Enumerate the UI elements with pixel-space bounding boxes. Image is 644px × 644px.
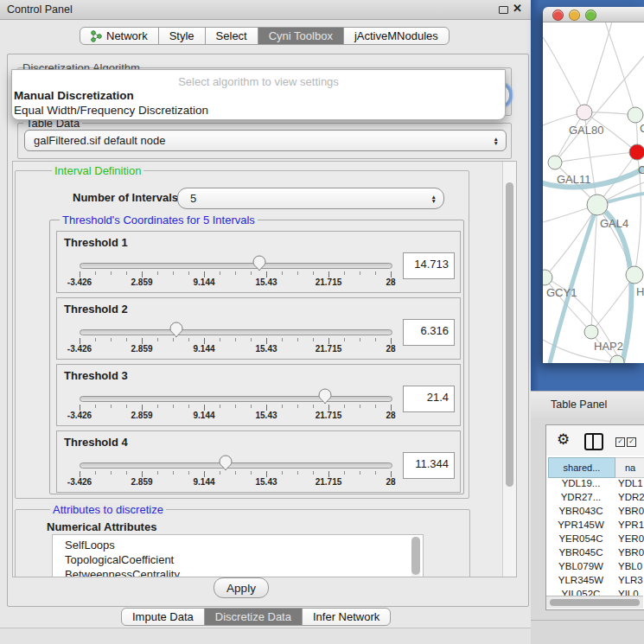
tab-label: jActiveMNodules [354, 29, 438, 42]
table-data-combo[interactable]: galFiltered.sif default node ▲▼ [24, 130, 507, 151]
major-tick [328, 338, 329, 344]
minor-tick [344, 405, 345, 408]
major-tick [204, 338, 205, 344]
float-panel-icon[interactable] [499, 6, 508, 14]
major-tick [142, 338, 143, 344]
table-row[interactable]: YDL19...YDL1 [548, 478, 644, 492]
network-node-gcy1[interactable] [543, 270, 552, 285]
cell-shared-name: YBR043C [548, 506, 614, 516]
slider-track[interactable] [80, 263, 392, 269]
tick-label: 21.715 [316, 411, 342, 420]
major-tick [391, 338, 392, 344]
major-tick [80, 471, 80, 477]
table-row[interactable]: YBR045CYBR0 [548, 547, 644, 561]
network-node-c[interactable] [629, 144, 644, 160]
slider-handle[interactable] [318, 388, 332, 408]
major-tick [391, 405, 392, 411]
slider-track[interactable] [80, 396, 392, 402]
network-node-h[interactable] [626, 266, 643, 284]
tab-network[interactable]: Network [80, 27, 159, 45]
slider-track[interactable] [80, 462, 392, 469]
network-node-gal4[interactable] [587, 194, 608, 215]
tab-infer-network[interactable]: Infer Network [302, 608, 391, 626]
footer-area [0, 628, 531, 644]
tick-label: 21.715 [316, 277, 342, 287]
zoom-window-light[interactable] [585, 10, 596, 21]
cell-shared-name: YBL079W [548, 561, 614, 571]
algorithm-option-manual[interactable]: Manual Discretization [14, 89, 134, 103]
minor-tick [173, 471, 174, 475]
minor-tick [360, 471, 360, 475]
slider-handle[interactable] [252, 255, 266, 275]
threshold-value-field[interactable]: 21.4 [403, 386, 455, 412]
split-columns-icon[interactable] [584, 433, 603, 450]
algorithm-option-equal-width[interactable]: Equal Width/Frequency Discretization [14, 104, 208, 118]
apply-button[interactable]: Apply [214, 577, 269, 598]
tick-label: 9.144 [193, 277, 214, 287]
threshold-label: Threshold 1 [64, 236, 128, 249]
tab-select[interactable]: Select [205, 27, 258, 45]
table-horizontal-scrollbar[interactable] [546, 596, 643, 609]
major-tick [266, 405, 267, 411]
column-header-shared[interactable]: shared... [548, 457, 615, 478]
checkbox-icon[interactable]: ✓ [627, 437, 636, 447]
network-node-hap2[interactable] [584, 325, 598, 339]
scrollbar-thumb[interactable] [411, 537, 420, 575]
minor-tick [360, 338, 360, 341]
table-row[interactable]: YPR145WYPR1 [548, 520, 644, 533]
table-row[interactable]: YBR043CYBR0 [548, 506, 644, 520]
spinner-arrows-icon: ▲▼ [431, 194, 437, 203]
tick-label: 21.715 [316, 344, 342, 354]
network-window-titlebar[interactable] [543, 7, 644, 22]
tab-cyni-toolbox[interactable]: Cyni Toolbox [258, 27, 344, 45]
minor-tick [344, 271, 345, 275]
column-header-name[interactable]: na [615, 457, 644, 478]
slider-handle[interactable] [169, 322, 183, 341]
scrollbar-thumb[interactable] [506, 182, 513, 487]
scrollbar-thumb[interactable] [550, 599, 640, 606]
tick-label: 2.859 [131, 277, 152, 287]
minimize-window-light[interactable] [569, 10, 580, 21]
attribute-item-selfloops[interactable]: SelfLoops [65, 539, 115, 552]
tick-label: 2.859 [131, 411, 152, 420]
settings-vertical-scrollbar[interactable] [502, 162, 517, 577]
network-view-window: GAL80GCGAL11GAL4HGCY1HAP2 [543, 7, 644, 363]
slider-handle[interactable] [219, 455, 233, 475]
major-tick [391, 471, 392, 477]
major-tick [80, 271, 80, 277]
gear-icon[interactable]: ⚙ [557, 430, 570, 449]
table-row[interactable]: YBL079WYBL0 [548, 561, 644, 575]
minor-tick [188, 405, 189, 408]
cell-name: YBR0 [618, 506, 644, 516]
top-tab-strip: NetworkStyleSelectCyni ToolboxjActiveMNo… [80, 27, 450, 45]
tab-discretize-data[interactable]: Discretize Data [204, 608, 303, 626]
network-node-gal80[interactable] [577, 105, 592, 120]
cell-shared-name: YBR045C [548, 547, 614, 558]
table-row[interactable]: YLR345WYLR3 [548, 575, 644, 589]
network-canvas[interactable]: GAL80GCGAL11GAL4HGCY1HAP2 [543, 22, 644, 363]
slider-track[interactable] [80, 329, 392, 335]
tab-impute-data[interactable]: Impute Data [121, 608, 205, 626]
table-row[interactable]: YDR27...YDR2 [548, 492, 644, 506]
network-node-gal11[interactable] [548, 156, 562, 169]
threshold-value-field[interactable]: 11.344 [403, 452, 455, 479]
node-label: GAL11 [557, 173, 591, 186]
minor-tick [235, 405, 236, 408]
close-panel-icon[interactable]: ✕ [513, 2, 522, 15]
threshold-value-field[interactable]: 14.713 [403, 252, 455, 279]
close-window-light[interactable] [552, 10, 564, 21]
tab-jactivemnodules[interactable]: jActiveMNodules [343, 27, 450, 45]
tab-style[interactable]: Style [158, 27, 206, 45]
number-of-intervals-combo[interactable]: 5 ▲▼ [177, 188, 444, 209]
attributes-list-scrollbar[interactable] [411, 537, 420, 577]
attribute-item-topologicalcoefficient[interactable]: TopologicalCoefficient [65, 553, 174, 567]
numerical-attributes-label: Numerical Attributes [47, 520, 156, 533]
checkbox-icon[interactable]: ✓ [615, 437, 625, 447]
minor-tick [173, 405, 174, 408]
network-node-g[interactable] [628, 107, 643, 123]
numerical-attributes-list[interactable]: SelfLoopsTopologicalCoefficientBetweenne… [52, 534, 424, 577]
table-row[interactable]: YER054CYER0 [548, 533, 644, 547]
threshold-value-field[interactable]: 6.316 [403, 319, 455, 346]
attribute-item-betweennesscentrality[interactable]: BetweennessCentrality [65, 568, 180, 577]
number-of-intervals-label: Number of Intervals [73, 191, 178, 204]
